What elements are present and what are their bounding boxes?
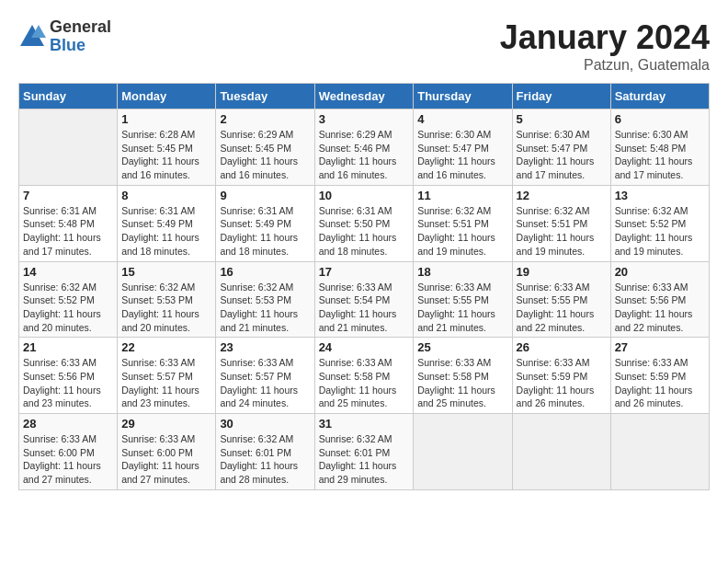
calendar-cell: 10Sunrise: 6:31 AM Sunset: 5:50 PM Dayli… xyxy=(314,185,414,261)
day-number: 31 xyxy=(319,417,410,431)
day-info: Sunrise: 6:32 AM Sunset: 6:01 PM Dayligh… xyxy=(220,432,310,487)
day-info: Sunrise: 6:33 AM Sunset: 5:59 PM Dayligh… xyxy=(615,356,705,410)
day-number: 24 xyxy=(319,340,410,354)
day-info: Sunrise: 6:33 AM Sunset: 5:59 PM Dayligh… xyxy=(517,356,607,410)
calendar-cell: 9Sunrise: 6:31 AM Sunset: 5:49 PM Daylig… xyxy=(216,185,314,261)
calendar-cell: 23Sunrise: 6:33 AM Sunset: 5:57 PM Dayli… xyxy=(216,338,314,414)
day-info: Sunrise: 6:33 AM Sunset: 5:55 PM Dayligh… xyxy=(417,281,507,335)
day-info: Sunrise: 6:33 AM Sunset: 5:56 PM Dayligh… xyxy=(23,356,113,410)
day-info: Sunrise: 6:33 AM Sunset: 5:57 PM Dayligh… xyxy=(220,356,310,410)
logo-general: General xyxy=(50,18,111,37)
page-header: General Blue January 2024 Patzun, Guatem… xyxy=(18,18,710,74)
calendar-cell: 25Sunrise: 6:33 AM Sunset: 5:58 PM Dayli… xyxy=(414,338,512,414)
month-title: January 2024 xyxy=(500,18,710,57)
calendar-cell xyxy=(414,414,512,490)
calendar-week-row: 28Sunrise: 6:33 AM Sunset: 6:00 PM Dayli… xyxy=(19,414,710,490)
calendar-cell: 27Sunrise: 6:33 AM Sunset: 5:59 PM Dayli… xyxy=(610,338,709,414)
day-info: Sunrise: 6:32 AM Sunset: 5:53 PM Dayligh… xyxy=(121,281,211,335)
day-info: Sunrise: 6:31 AM Sunset: 5:49 PM Dayligh… xyxy=(121,204,211,259)
day-number: 7 xyxy=(23,189,113,202)
weekday-row: SundayMondayTuesdayWednesdayThursdayFrid… xyxy=(19,84,710,109)
day-info: Sunrise: 6:33 AM Sunset: 6:00 PM Dayligh… xyxy=(23,432,113,487)
calendar-cell: 20Sunrise: 6:33 AM Sunset: 5:56 PM Dayli… xyxy=(610,261,709,338)
calendar-body: 1Sunrise: 6:28 AM Sunset: 5:45 PM Daylig… xyxy=(19,109,710,490)
day-number: 20 xyxy=(615,265,705,279)
day-info: Sunrise: 6:30 AM Sunset: 5:47 PM Dayligh… xyxy=(417,128,507,182)
day-info: Sunrise: 6:29 AM Sunset: 5:45 PM Dayligh… xyxy=(220,128,310,182)
day-number: 14 xyxy=(23,265,113,279)
calendar-cell: 2Sunrise: 6:29 AM Sunset: 5:45 PM Daylig… xyxy=(216,109,314,186)
calendar-week-row: 1Sunrise: 6:28 AM Sunset: 5:45 PM Daylig… xyxy=(19,109,710,186)
day-info: Sunrise: 6:31 AM Sunset: 5:48 PM Dayligh… xyxy=(23,204,113,259)
day-info: Sunrise: 6:33 AM Sunset: 5:55 PM Dayligh… xyxy=(517,281,607,335)
day-info: Sunrise: 6:33 AM Sunset: 6:00 PM Dayligh… xyxy=(121,432,211,487)
weekday-header: Saturday xyxy=(610,84,709,109)
calendar-cell: 17Sunrise: 6:33 AM Sunset: 5:54 PM Dayli… xyxy=(314,261,414,338)
calendar-cell: 12Sunrise: 6:32 AM Sunset: 5:51 PM Dayli… xyxy=(512,185,610,261)
weekday-header: Sunday xyxy=(19,84,118,109)
calendar-cell: 8Sunrise: 6:31 AM Sunset: 5:49 PM Daylig… xyxy=(118,185,216,261)
calendar-cell: 3Sunrise: 6:29 AM Sunset: 5:46 PM Daylig… xyxy=(314,109,414,186)
day-number: 19 xyxy=(517,265,607,279)
day-number: 3 xyxy=(319,112,410,126)
day-number: 9 xyxy=(220,189,310,202)
calendar-cell: 29Sunrise: 6:33 AM Sunset: 6:00 PM Dayli… xyxy=(118,414,216,490)
day-number: 21 xyxy=(23,340,113,354)
weekday-header: Monday xyxy=(118,84,216,109)
day-info: Sunrise: 6:33 AM Sunset: 5:56 PM Dayligh… xyxy=(615,281,705,335)
day-info: Sunrise: 6:32 AM Sunset: 6:01 PM Dayligh… xyxy=(319,432,410,487)
day-number: 6 xyxy=(615,112,705,126)
day-info: Sunrise: 6:31 AM Sunset: 5:49 PM Dayligh… xyxy=(220,204,310,259)
calendar-cell: 15Sunrise: 6:32 AM Sunset: 5:53 PM Dayli… xyxy=(118,261,216,338)
day-number: 18 xyxy=(417,265,507,279)
day-info: Sunrise: 6:29 AM Sunset: 5:46 PM Dayligh… xyxy=(319,128,410,182)
calendar-cell: 22Sunrise: 6:33 AM Sunset: 5:57 PM Dayli… xyxy=(118,338,216,414)
calendar-cell xyxy=(19,109,118,186)
logo-text: General Blue xyxy=(50,18,111,55)
location: Patzun, Guatemala xyxy=(500,57,710,74)
day-info: Sunrise: 6:33 AM Sunset: 5:54 PM Dayligh… xyxy=(319,281,410,335)
weekday-header: Friday xyxy=(512,84,610,109)
calendar-cell: 28Sunrise: 6:33 AM Sunset: 6:00 PM Dayli… xyxy=(19,414,118,490)
calendar-cell: 31Sunrise: 6:32 AM Sunset: 6:01 PM Dayli… xyxy=(314,414,414,490)
calendar-cell xyxy=(610,414,709,490)
day-info: Sunrise: 6:28 AM Sunset: 5:45 PM Dayligh… xyxy=(121,128,211,182)
weekday-header: Wednesday xyxy=(314,84,414,109)
day-info: Sunrise: 6:30 AM Sunset: 5:48 PM Dayligh… xyxy=(615,128,705,182)
calendar-cell: 18Sunrise: 6:33 AM Sunset: 5:55 PM Dayli… xyxy=(414,261,512,338)
day-info: Sunrise: 6:32 AM Sunset: 5:53 PM Dayligh… xyxy=(220,281,310,335)
day-number: 8 xyxy=(121,189,211,202)
day-info: Sunrise: 6:32 AM Sunset: 5:52 PM Dayligh… xyxy=(23,281,113,335)
day-info: Sunrise: 6:33 AM Sunset: 5:57 PM Dayligh… xyxy=(121,356,211,410)
calendar-cell xyxy=(512,414,610,490)
calendar-cell: 6Sunrise: 6:30 AM Sunset: 5:48 PM Daylig… xyxy=(610,109,709,186)
day-number: 4 xyxy=(417,112,507,126)
calendar-cell: 26Sunrise: 6:33 AM Sunset: 5:59 PM Dayli… xyxy=(512,338,610,414)
calendar-cell: 11Sunrise: 6:32 AM Sunset: 5:51 PM Dayli… xyxy=(414,185,512,261)
calendar-cell: 7Sunrise: 6:31 AM Sunset: 5:48 PM Daylig… xyxy=(19,185,118,261)
day-number: 22 xyxy=(121,340,211,354)
day-number: 5 xyxy=(517,112,607,126)
day-number: 13 xyxy=(615,189,705,202)
day-number: 26 xyxy=(517,340,607,354)
logo-icon xyxy=(18,23,46,51)
day-number: 1 xyxy=(121,112,211,126)
day-number: 16 xyxy=(220,265,310,279)
day-info: Sunrise: 6:33 AM Sunset: 5:58 PM Dayligh… xyxy=(417,356,507,410)
day-number: 10 xyxy=(319,189,410,202)
title-block: January 2024 Patzun, Guatemala xyxy=(500,18,710,74)
day-number: 30 xyxy=(220,417,310,431)
calendar-header: SundayMondayTuesdayWednesdayThursdayFrid… xyxy=(19,84,710,109)
day-number: 17 xyxy=(319,265,410,279)
day-info: Sunrise: 6:32 AM Sunset: 5:52 PM Dayligh… xyxy=(615,204,705,259)
calendar-cell: 13Sunrise: 6:32 AM Sunset: 5:52 PM Dayli… xyxy=(610,185,709,261)
day-number: 23 xyxy=(220,340,310,354)
logo-blue: Blue xyxy=(50,37,111,55)
calendar-table: SundayMondayTuesdayWednesdayThursdayFrid… xyxy=(18,83,710,490)
day-number: 2 xyxy=(220,112,310,126)
logo: General Blue xyxy=(18,18,111,55)
calendar-cell: 5Sunrise: 6:30 AM Sunset: 5:47 PM Daylig… xyxy=(512,109,610,186)
calendar-cell: 16Sunrise: 6:32 AM Sunset: 5:53 PM Dayli… xyxy=(216,261,314,338)
day-info: Sunrise: 6:32 AM Sunset: 5:51 PM Dayligh… xyxy=(517,204,607,259)
calendar-cell: 24Sunrise: 6:33 AM Sunset: 5:58 PM Dayli… xyxy=(314,338,414,414)
